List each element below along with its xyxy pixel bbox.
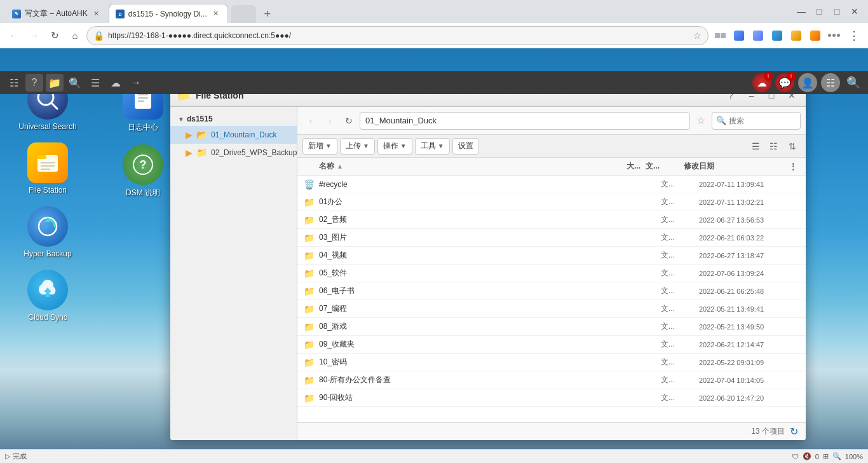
global-search-icon[interactable]: 🔍 — [844, 73, 863, 92]
file-row-date: 2022-06-21 06:03:22 — [699, 234, 801, 242]
upload-button[interactable]: 上传 ▼ — [340, 138, 375, 155]
cloud-notification-icon[interactable]: ☁ ! — [752, 73, 771, 92]
new-tab-button[interactable]: + — [259, 5, 276, 23]
fs-back-button[interactable]: ‹ — [302, 113, 319, 129]
apps-grid-icon[interactable]: ☷ — [821, 73, 840, 92]
table-row[interactable]: 📁 08_游戏 文... 2022-05-21 13:49:50 — [297, 318, 806, 336]
home-button[interactable]: ⌂ — [66, 27, 84, 45]
col-size-header: 大... — [607, 161, 646, 172]
file-row-type: 文... — [661, 375, 699, 385]
file-row-date: 2022-06-20 12:47:20 — [699, 394, 801, 402]
tab1-close[interactable]: ✕ — [92, 9, 102, 19]
table-row[interactable]: 📁 07_编程 文... 2022-05-21 13:49:41 — [297, 300, 806, 318]
file-row-name: #recycle — [319, 180, 623, 189]
search-input[interactable] — [729, 116, 796, 125]
settings-button[interactable]: 设置 — [452, 138, 479, 155]
dsm-grid-button[interactable]: ☷ — [5, 74, 23, 92]
dsm-search-button[interactable]: 🔍 — [66, 74, 84, 92]
file-list[interactable]: 名称 ▲ 大... 文... 修改日期 ⋮ 🗑️ #recycle 文... 2… — [297, 158, 806, 422]
file-row-date: 2022-07-11 13:02:21 — [699, 198, 801, 206]
col-name-header[interactable]: 名称 ▲ — [319, 161, 607, 172]
reload-button[interactable]: ↻ — [46, 27, 64, 45]
browser-close[interactable]: ✕ — [846, 3, 863, 20]
browser-menu-button[interactable]: ⋮ — [845, 27, 863, 45]
table-row[interactable]: 📁 05_软件 文... 2022-07-06 13:09:24 — [297, 265, 806, 282]
file-row-type: 文... — [661, 232, 699, 243]
browser-minimize[interactable]: ― — [793, 3, 810, 20]
forward-button[interactable]: → — [25, 27, 43, 45]
table-row[interactable]: 📁 02_音频 文... 2022-06-27 13:56:53 — [297, 211, 806, 229]
page-load-status: ▷ — [5, 452, 10, 460]
file-row-type: 文... — [661, 321, 699, 332]
file-list-header: 名称 ▲ 大... 文... 修改日期 ⋮ — [297, 158, 806, 176]
tools-button[interactable]: 工具 ▼ — [415, 138, 450, 155]
browser-maximize[interactable]: □ — [829, 3, 845, 20]
chat-notification-icon[interactable]: 💬 ! — [775, 73, 794, 92]
fs-forward-button[interactable]: › — [322, 113, 338, 129]
bookmark-star[interactable]: ☆ — [693, 113, 709, 129]
file-station-desktop-icon[interactable]: File Station — [6, 140, 89, 197]
folder-icon2: ▶ — [186, 148, 193, 158]
settings-label: 设置 — [458, 141, 473, 151]
dsm-arrow-button[interactable]: → — [127, 74, 145, 92]
cloud-sync-desktop-icon[interactable]: Cloud Sync — [6, 267, 89, 324]
address-bar[interactable]: 🔒 https://192-168-1-●●●●●.direct.quickco… — [86, 26, 709, 45]
sidebar-item-mountain-duck[interactable]: ▶ 📂 01_Mountain_Duck — [170, 126, 297, 144]
dsm-cloud-button[interactable]: ☁ — [107, 74, 125, 92]
path-input[interactable] — [360, 112, 690, 130]
svg-rect-5 — [37, 155, 46, 159]
hyper-backup-desktop-icon[interactable]: Hyper Backup — [6, 204, 89, 261]
bookmark-icon[interactable]: ☆ — [693, 31, 702, 41]
action-button[interactable]: 操作 ▼ — [377, 138, 412, 155]
status-refresh-icon[interactable]: ↻ — [790, 425, 798, 438]
extension-blue-3[interactable] — [768, 27, 786, 45]
status-bar: 13 个项目 ↻ — [297, 422, 806, 440]
list-view-button[interactable]: ☰ — [747, 138, 764, 155]
new-button[interactable]: 新增 ▼ — [302, 138, 337, 155]
back-button[interactable]: ← — [5, 27, 23, 45]
new-label: 新增 — [308, 141, 323, 151]
extension-blue-1[interactable] — [730, 27, 748, 45]
extension-orange-2[interactable] — [806, 27, 824, 45]
dsm-list-button[interactable]: ☰ — [86, 74, 104, 92]
svg-line-3 — [51, 103, 57, 109]
search-box[interactable]: 🔍 — [712, 112, 801, 130]
extension-icon-1[interactable] — [711, 27, 729, 45]
table-row[interactable]: 📁 09_收藏夹 文... 2022-06-21 12:14:47 — [297, 336, 806, 354]
dsm-folder-button[interactable]: 📁 — [46, 74, 64, 92]
search-icon: 🔍 — [716, 116, 726, 125]
tab-1[interactable]: ✎ 写文章 – AutoAHK ✕ — [5, 4, 109, 23]
user-icon[interactable]: 👤 — [798, 73, 817, 92]
tab2-favicon: D — [116, 10, 125, 18]
extension-blue-2[interactable] — [749, 27, 767, 45]
table-row[interactable]: 📁 10_密码 文... 2022-05-22 09:01:09 — [297, 354, 806, 371]
dsm-help-button[interactable]: ? — [25, 74, 43, 92]
grid-view-button[interactable]: ☷ — [765, 138, 782, 155]
file-row-icon: 📁 — [302, 267, 315, 280]
sidebar-item-drive5[interactable]: ▶ 📁 02_Drive5_WPS_Backup — [170, 144, 297, 162]
table-row[interactable]: 📁 06_电子书 文... 2022-06-21 06:25:48 — [297, 282, 806, 300]
extension-orange-1[interactable] — [787, 27, 805, 45]
table-row[interactable]: 📁 90-回收站 文... 2022-06-20 12:47:20 — [297, 389, 806, 407]
col-more-header[interactable]: ⋮ — [785, 162, 801, 171]
file-row-icon: 🗑️ — [302, 178, 315, 191]
table-row[interactable]: 📁 03_图片 文... 2022-06-21 06:03:22 — [297, 229, 806, 247]
tab2-close[interactable]: ✕ — [211, 9, 221, 19]
sidebar-server[interactable]: ▼ ds1515 — [170, 112, 297, 126]
file-row-icon: 📁 — [302, 338, 315, 351]
file-row-name: 01办公 — [319, 197, 623, 207]
file-row-name: 80-所有办公文件备查 — [319, 375, 623, 385]
file-row-type: 文... — [661, 197, 699, 207]
table-row[interactable]: 📁 80-所有办公文件备查 文... 2022-07-04 10:14:05 — [297, 371, 806, 389]
file-row-icon: 📁 — [302, 214, 315, 226]
hyper-backup-label: Hyper Backup — [24, 249, 71, 258]
table-row[interactable]: 📁 04_视频 文... 2022-06-27 13:18:47 — [297, 247, 806, 265]
sort-button[interactable]: ⇅ — [784, 138, 801, 155]
fs-refresh-button[interactable]: ↻ — [341, 113, 357, 129]
file-row-name: 90-回收站 — [319, 392, 623, 403]
file-row-name: 04_视频 — [319, 250, 623, 261]
tab-2[interactable]: D ds1515 - Synology Di... ✕ — [109, 4, 228, 23]
browser-restore[interactable]: □ — [811, 3, 827, 20]
table-row[interactable]: 📁 01办公 文... 2022-07-11 13:02:21 — [297, 193, 806, 211]
table-row[interactable]: 🗑️ #recycle 文... 2022-07-11 13:09:41 — [297, 176, 806, 193]
